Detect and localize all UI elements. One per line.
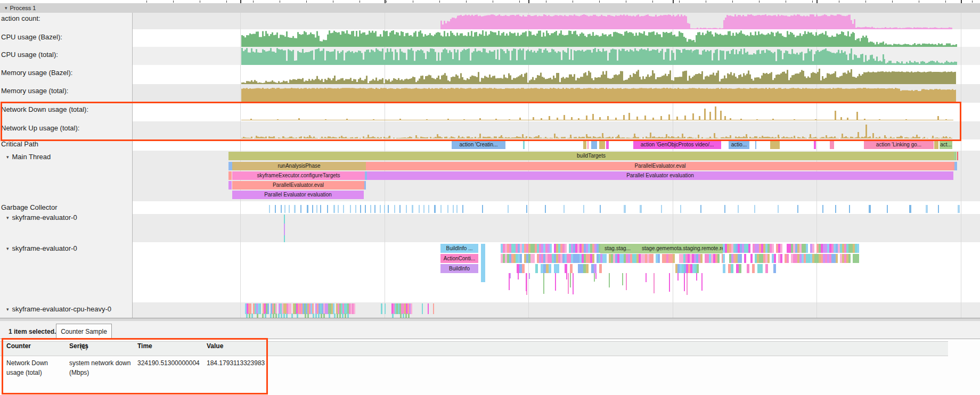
gc-tick[interactable] (423, 205, 424, 213)
track-label-skyframe-evaluator-0[interactable]: ▾skyframe-evaluator-0 (6, 213, 77, 221)
activity-slice[interactable] (747, 264, 749, 273)
counter-spike-net-down[interactable] (692, 113, 694, 120)
gc-tick[interactable] (419, 205, 420, 213)
timeline-span[interactable] (957, 152, 958, 160)
counter-spike-net-down[interactable] (794, 119, 795, 120)
activity-slice[interactable] (592, 254, 594, 263)
activity-subslice[interactable] (297, 314, 298, 318)
activity-subslice[interactable] (270, 314, 272, 318)
gc-tick[interactable] (624, 205, 626, 213)
activity-subslice[interactable] (278, 314, 280, 318)
counter-spike-net-down[interactable] (856, 112, 858, 120)
activity-slice[interactable] (533, 254, 535, 263)
gc-tick[interactable] (447, 205, 448, 213)
gc-tick[interactable] (365, 205, 366, 213)
counter-spike-net-down[interactable] (533, 117, 534, 120)
counter-spike-net-up[interactable] (554, 134, 556, 138)
activity-drop-line[interactable] (529, 273, 530, 279)
gc-tick[interactable] (333, 205, 335, 213)
timeline-span[interactable] (228, 181, 232, 190)
timeline-span[interactable] (954, 152, 957, 160)
gc-tick[interactable] (380, 205, 381, 213)
activity-slice[interactable] (773, 264, 776, 273)
activity-drop-line[interactable] (509, 273, 510, 290)
counter-spike-net-down[interactable] (840, 117, 842, 120)
timeline-span[interactable]: Parallel Evaluator evaluation (232, 191, 364, 199)
activity-slice[interactable] (658, 254, 660, 263)
counter-spike-net-up[interactable] (341, 136, 342, 138)
counter-spike-net-up[interactable] (538, 135, 540, 138)
timeline-span[interactable] (228, 162, 232, 170)
counter-spike-net-down[interactable] (557, 118, 558, 120)
gc-tick[interactable] (327, 205, 328, 213)
counter-spike-net-down[interactable] (945, 119, 947, 120)
counter-spike-net-up[interactable] (762, 136, 763, 138)
counter-spike-net-up[interactable] (746, 134, 747, 138)
gc-tick[interactable] (724, 205, 725, 213)
gc-tick[interactable] (370, 205, 371, 213)
activity-slice[interactable] (599, 264, 602, 273)
activity-subslice[interactable] (403, 314, 404, 318)
activity-slice[interactable] (557, 264, 559, 273)
counter-spike-net-down[interactable] (879, 119, 880, 120)
counter-spike-net-down[interactable] (509, 119, 510, 120)
activity-slice[interactable] (744, 254, 746, 263)
counter-spike-net-up[interactable] (570, 135, 571, 138)
timeline-span[interactable]: skyframeExecutor.configureTargets (232, 171, 365, 180)
counter-spike-net-down[interactable] (463, 119, 465, 120)
gc-tick[interactable] (822, 205, 823, 213)
gc-tick[interactable] (360, 205, 361, 213)
critical-path-slice[interactable] (934, 141, 938, 149)
activity-slice[interactable] (333, 303, 334, 314)
activity-slice[interactable] (385, 303, 386, 314)
critical-path-slice[interactable] (583, 141, 586, 149)
activity-subslice[interactable] (246, 314, 248, 318)
counter-spike-net-up[interactable] (945, 136, 947, 138)
activity-subslice[interactable] (347, 314, 349, 318)
skyframe1-event-segment[interactable] (284, 224, 285, 235)
gc-tick[interactable] (281, 205, 282, 213)
activity-slice[interactable] (765, 264, 768, 273)
activity-slice[interactable] (422, 303, 423, 314)
gc-tick[interactable] (300, 205, 301, 213)
critical-path-slice[interactable]: act... (940, 141, 952, 149)
gc-tick[interactable] (909, 205, 911, 213)
gc-tick[interactable] (406, 205, 407, 213)
timeline-span[interactable] (364, 181, 366, 190)
activity-drop-line[interactable] (646, 273, 647, 282)
counter-spike-net-down[interactable] (676, 117, 678, 120)
activity-subslice[interactable] (307, 314, 309, 318)
counter-series-mem-bazel[interactable] (241, 69, 956, 84)
activity-drop-line[interactable] (684, 273, 685, 291)
counter-spike-net-down[interactable] (571, 117, 573, 120)
activity-drop-line[interactable] (570, 273, 571, 287)
activity-slice[interactable] (428, 303, 429, 314)
gc-tick[interactable] (307, 205, 308, 213)
gc-tick[interactable] (399, 205, 401, 213)
critical-path-slice[interactable] (770, 141, 780, 149)
counter-spike-net-down[interactable] (709, 112, 711, 120)
gc-tick[interactable] (462, 205, 463, 213)
critical-path-slice[interactable]: action 'GenObjcProtos video/... (633, 141, 721, 149)
gc-tick[interactable] (316, 205, 317, 213)
gc-tick[interactable] (284, 205, 285, 213)
activity-slice[interactable] (857, 244, 859, 253)
timeline-span[interactable]: Parallel Evaluator evaluation (367, 171, 953, 180)
counter-spike-net-up[interactable] (872, 133, 874, 138)
counter-spike-net-up[interactable] (389, 136, 390, 138)
counter-spike-net-up[interactable] (634, 134, 635, 138)
counter-spike-net-up[interactable] (826, 135, 827, 138)
counter-spike-net-up[interactable] (437, 134, 438, 138)
gc-tick[interactable] (355, 205, 356, 213)
critical-path-slice[interactable] (523, 141, 525, 149)
activity-slice[interactable] (259, 303, 261, 314)
critical-path-slice[interactable] (830, 141, 834, 149)
activity-slice[interactable] (780, 254, 782, 263)
activity-subslice[interactable] (339, 314, 341, 318)
gc-tick[interactable] (456, 205, 458, 213)
counter-spike-net-down[interactable] (644, 116, 646, 120)
gc-tick[interactable] (453, 205, 454, 213)
counter-spike-net-down[interactable] (740, 119, 742, 120)
timeline-canvas[interactable]: action 'Creatin...action 'GenObjcProtos … (0, 0, 980, 318)
track-label-main-thread[interactable]: ▾Main Thread (6, 153, 51, 161)
